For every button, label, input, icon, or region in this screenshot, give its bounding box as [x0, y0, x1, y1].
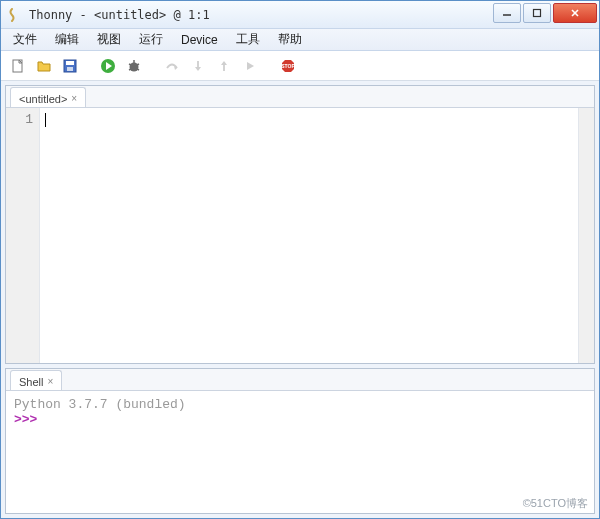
shell-textarea[interactable]: Python 3.7.7 (bundled) >>> — [6, 391, 594, 513]
menu-device[interactable]: Device — [173, 31, 226, 49]
step-over-button[interactable] — [161, 55, 183, 77]
menu-file[interactable]: 文件 — [5, 29, 45, 50]
shell-tab[interactable]: Shell × — [10, 370, 62, 390]
menu-edit[interactable]: 编辑 — [47, 29, 87, 50]
menu-tools[interactable]: 工具 — [228, 29, 268, 50]
minimize-button[interactable] — [493, 3, 521, 23]
content-area: <untitled> × 1 Shell × — [1, 81, 599, 518]
stop-button[interactable]: STOP — [277, 55, 299, 77]
debug-button[interactable] — [123, 55, 145, 77]
menu-run[interactable]: 运行 — [131, 29, 171, 50]
line-number: 1 — [6, 112, 33, 127]
editor-tabstrip: <untitled> × — [6, 86, 594, 108]
new-file-button[interactable] — [7, 55, 29, 77]
menu-help[interactable]: 帮助 — [270, 29, 310, 50]
close-tab-icon[interactable]: × — [71, 93, 77, 104]
menu-view[interactable]: 视图 — [89, 29, 129, 50]
close-shell-tab-icon[interactable]: × — [47, 376, 53, 387]
svg-line-13 — [137, 64, 139, 65]
editor-vertical-scrollbar[interactable] — [578, 108, 594, 363]
titlebar: Thonny - <untitled> @ 1:1 — [1, 1, 599, 29]
shell-tabstrip: Shell × — [6, 369, 594, 391]
app-icon — [7, 7, 23, 23]
run-button[interactable] — [97, 55, 119, 77]
svg-text:STOP: STOP — [281, 63, 295, 69]
svg-line-15 — [137, 69, 139, 70]
editor-body: 1 — [6, 108, 594, 363]
editor-tab-label: <untitled> — [19, 93, 67, 105]
svg-point-10 — [130, 62, 139, 71]
resume-button[interactable] — [239, 55, 261, 77]
shell-banner: Python 3.7.7 (bundled) — [14, 397, 586, 412]
svg-rect-6 — [66, 61, 74, 65]
close-button[interactable] — [553, 3, 597, 23]
step-into-button[interactable] — [187, 55, 209, 77]
editor-pane: <untitled> × 1 — [5, 85, 595, 364]
app-window: Thonny - <untitled> @ 1:1 文件 编辑 视图 运行 De… — [0, 0, 600, 519]
svg-marker-21 — [247, 62, 254, 70]
svg-marker-18 — [195, 67, 201, 71]
svg-rect-1 — [534, 9, 541, 16]
editor-tab-untitled[interactable]: <untitled> × — [10, 87, 86, 107]
shell-pane: Shell × Python 3.7.7 (bundled) >>> ©51CT… — [5, 368, 595, 514]
step-out-button[interactable] — [213, 55, 235, 77]
text-caret — [45, 113, 46, 127]
save-button[interactable] — [59, 55, 81, 77]
shell-prompt: >>> — [14, 412, 37, 427]
window-controls — [493, 3, 597, 23]
open-file-button[interactable] — [33, 55, 55, 77]
svg-line-12 — [129, 64, 131, 65]
svg-marker-20 — [221, 61, 227, 65]
code-textarea[interactable] — [40, 108, 578, 363]
menubar: 文件 编辑 视图 运行 Device 工具 帮助 — [1, 29, 599, 51]
svg-line-14 — [129, 69, 131, 70]
toolbar: STOP — [1, 51, 599, 81]
maximize-button[interactable] — [523, 3, 551, 23]
shell-tab-label: Shell — [19, 376, 43, 388]
svg-rect-7 — [67, 67, 73, 71]
line-number-gutter: 1 — [6, 108, 40, 363]
window-title: Thonny - <untitled> @ 1:1 — [29, 8, 493, 22]
